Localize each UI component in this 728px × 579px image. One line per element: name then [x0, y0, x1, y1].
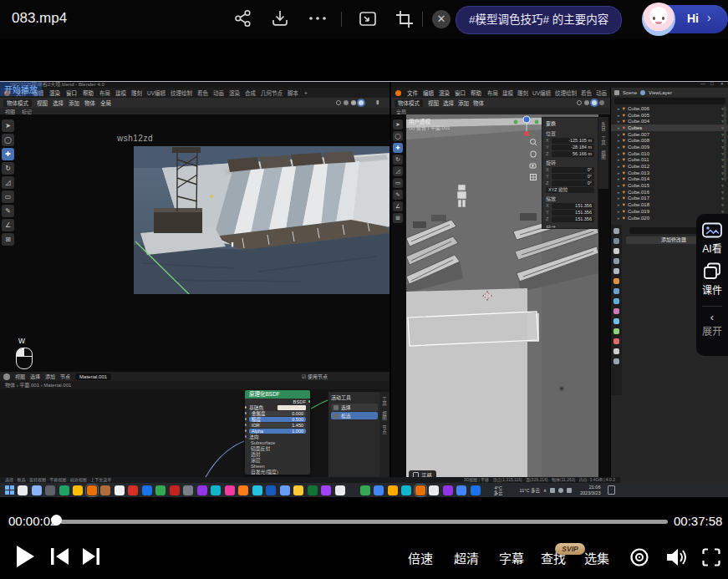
outliner-row[interactable]: ▸ ▼ Cube.008 ▿ [611, 137, 728, 144]
mode-dropdown-right[interactable]: 物体模式 [395, 99, 423, 107]
workspace-tab[interactable]: 纹理绘制 [555, 89, 577, 97]
taskbar-app-icon[interactable] [266, 485, 276, 495]
transform-title[interactable]: 变换 [542, 118, 598, 129]
location-row[interactable]: Y-28.184 m [546, 145, 594, 150]
volume-icon[interactable] [666, 548, 689, 566]
tool-button[interactable]: ✚ [2, 148, 14, 160]
viewport-menu-item[interactable]: 选择 [443, 99, 454, 107]
base-color-swatch[interactable] [277, 405, 306, 410]
outliner-row[interactable]: ▸ ▼ Cube.004 ▿ [611, 118, 728, 124]
npanel-tab[interactable]: 工具 [600, 136, 607, 145]
outliner-row[interactable]: ▸ ▼ Cube.018 ▿ [611, 201, 728, 208]
workspace-tab[interactable]: 布局 [487, 89, 498, 97]
tool-panel-item[interactable]: 框选 [331, 412, 378, 419]
download-icon[interactable] [271, 9, 291, 29]
tray-mic-icon[interactable] [550, 488, 555, 493]
taskbar-app-icon[interactable] [443, 485, 453, 495]
location-row[interactable]: X-125.105 m [546, 138, 594, 144]
taskbar-app-icon[interactable] [100, 485, 110, 495]
viewport-menu-item[interactable]: 物体 [84, 99, 95, 107]
episodes-button[interactable]: 选集 [584, 549, 609, 566]
workspace-tab[interactable]: 布局 [99, 89, 110, 97]
outliner-row[interactable]: ▸ ▼ Cube.015 ▿ [611, 182, 728, 189]
image-menu-item[interactable]: 视图 [5, 108, 15, 114]
close-icon[interactable]: ✕ [432, 10, 451, 28]
principled-bsdf-node[interactable]: 原理化BSDF BSDF 基础色 金属度0.000 [244, 389, 311, 475]
output-socket[interactable] [308, 400, 311, 404]
use-nodes-toggle[interactable]: ☑ 使用节点 [302, 373, 386, 380]
tool-panel-item[interactable]: 选择 [331, 404, 378, 411]
shader-menu-item[interactable]: 视图 [15, 373, 25, 380]
zoom-gadget-icon[interactable] [529, 138, 537, 146]
taskbar-app-icon[interactable] [415, 485, 425, 495]
outliner-row[interactable]: ▸ ▼ Cube.017 ▿ [611, 196, 728, 202]
outliner-row[interactable]: ▸ ▼ Cube.010 ▿ [611, 150, 728, 157]
taskbar-app-icon[interactable] [87, 485, 97, 495]
taskbar-weather[interactable]: 4°C多云 [494, 485, 503, 495]
taskbar-app-icon[interactable] [45, 485, 55, 495]
normal-row[interactable]: 法向 [245, 434, 310, 439]
workspace-tab[interactable]: 雕刻 [131, 89, 142, 97]
taskbar-app-icon[interactable] [18, 485, 28, 495]
shader-side-tab[interactable]: 工具 [381, 397, 388, 406]
fullscreen-icon[interactable] [702, 548, 720, 566]
taskbar-app-icon[interactable] [321, 485, 331, 495]
tool-button[interactable]: ✚ [393, 143, 403, 153]
properties-tab-icon[interactable] [613, 268, 619, 274]
taskbar-app-icon[interactable] [225, 485, 235, 495]
material-name-chip[interactable]: Material.001 [75, 373, 111, 380]
outliner[interactable]: Scene ViewLayer ▸ ▼ Cube.006 ▿ ▸ ▼ Cube.… [610, 88, 728, 221]
taskbar-app-icon[interactable] [183, 485, 193, 495]
tray-weather[interactable]: 11°C 多云 [520, 488, 540, 493]
shader-side-tab[interactable]: 节点 [381, 425, 388, 434]
tool-button[interactable]: ▭ [2, 190, 14, 203]
courseware-button[interactable]: 课件 [702, 262, 722, 297]
outliner-row[interactable]: ▸ ▼ Cube.016 ▿ [611, 189, 728, 196]
taskbar-app-icon[interactable] [401, 485, 411, 495]
viewport-menu-item[interactable]: 视图 [428, 99, 439, 107]
subtitles-button[interactable]: 字幕 [499, 549, 524, 566]
properties-tab-icon[interactable] [613, 318, 619, 324]
outliner-scrollbar[interactable] [724, 106, 726, 181]
mode-dropdown[interactable]: 物体模式 [3, 99, 32, 107]
tool-button[interactable]: ◿ [2, 176, 14, 189]
node-slider-row[interactable]: IOR1.450 [245, 422, 310, 428]
progress-track[interactable] [60, 520, 668, 524]
ai-watch-button[interactable]: AI看 [702, 222, 722, 255]
viewport-menu-item[interactable]: 添加 [458, 99, 469, 107]
image-menu-item[interactable]: 标记 [22, 108, 32, 114]
menu-item[interactable]: 渲染 [439, 89, 450, 97]
taskbar-app-icon[interactable] [142, 485, 152, 495]
tool-button[interactable]: ∠ [393, 201, 403, 211]
properties-tab-icon[interactable] [613, 278, 619, 284]
workspace-tab[interactable]: 合成 [245, 89, 256, 97]
orientation-dropdown[interactable]: 全局 [100, 99, 111, 107]
tool-button[interactable]: ✎ [2, 205, 14, 217]
tool-button[interactable]: ▭ [393, 178, 403, 188]
shader-menu-item[interactable]: 选择 [30, 373, 40, 380]
npanel-tab[interactable]: 视图 [600, 150, 607, 160]
taskbar-clock[interactable]: 21:062023/3/23 [580, 485, 600, 496]
taskbar-app-icon[interactable] [211, 485, 221, 495]
euler-dropdown[interactable]: XYZ 欧拉 [546, 187, 594, 193]
tray-network-icon[interactable] [558, 488, 563, 493]
pan-gadget-icon[interactable] [529, 150, 537, 158]
grid-gadget-icon[interactable] [529, 173, 537, 181]
menu-item[interactable]: 帮助 [471, 89, 481, 97]
node-slider-row[interactable]: 糙度0.500 [245, 416, 310, 422]
rotation-row[interactable]: Z0° [546, 180, 594, 186]
camera-gadget-icon[interactable] [529, 161, 537, 170]
tool-button[interactable]: ✎ [393, 190, 403, 200]
shading-mode-icons[interactable] [336, 100, 364, 105]
viewlayer-name[interactable]: ViewLayer [649, 90, 672, 95]
taskbar-app-icon[interactable] [115, 485, 125, 495]
screenshot-icon[interactable] [358, 9, 378, 29]
taskbar-app-icon[interactable] [335, 485, 345, 495]
tool-button[interactable]: ◯ [393, 131, 403, 141]
taskbar-app-icon[interactable] [197, 485, 207, 495]
previous-button[interactable] [50, 548, 69, 565]
taskbar-app-icon[interactable] [155, 485, 165, 495]
taskbar-app-icon[interactable] [280, 485, 290, 495]
properties-tab-icon[interactable] [613, 298, 619, 304]
taskbar-app-icon[interactable] [374, 485, 384, 495]
